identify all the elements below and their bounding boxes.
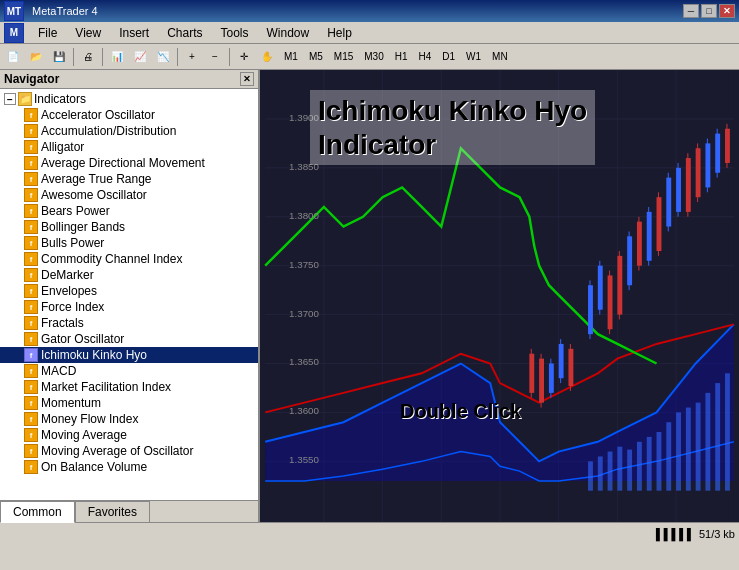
toolbar-new[interactable]: 📄 bbox=[2, 46, 24, 68]
indicator-icon-9: f bbox=[24, 252, 38, 266]
svg-rect-51 bbox=[705, 143, 710, 187]
toolbar-period-mn[interactable]: MN bbox=[487, 46, 513, 68]
tree-item-21[interactable]: f Moving Average of Oscillator bbox=[0, 443, 258, 459]
toolbar-period-w1[interactable]: W1 bbox=[461, 46, 486, 68]
tree-item-16[interactable]: f MACD bbox=[0, 363, 258, 379]
menu-bar: M File View Insert Charts Tools Window H… bbox=[0, 22, 739, 44]
item-label-0: Accelerator Oscillator bbox=[41, 108, 155, 122]
close-button[interactable]: ✕ bbox=[719, 4, 735, 18]
menu-help[interactable]: Help bbox=[319, 24, 360, 42]
tab-favorites[interactable]: Favorites bbox=[75, 501, 150, 522]
tree-item-6[interactable]: f Bears Power bbox=[0, 203, 258, 219]
tree-item-15[interactable]: f Ichimoku Kinko Hyo bbox=[0, 347, 258, 363]
tree-item-12[interactable]: f Force Index bbox=[0, 299, 258, 315]
toolbar-chart3[interactable]: 📉 bbox=[152, 46, 174, 68]
toolbar-chart1[interactable]: 📊 bbox=[106, 46, 128, 68]
nav-tree[interactable]: − 📁 Indicators f Accelerator Oscillator … bbox=[0, 89, 258, 500]
expand-indicators-icon[interactable]: − bbox=[4, 93, 16, 105]
toolbar-period-m1[interactable]: M1 bbox=[279, 46, 303, 68]
tree-item-4[interactable]: f Average True Range bbox=[0, 171, 258, 187]
toolbar-print[interactable]: 🖨 bbox=[77, 46, 99, 68]
indicator-icon-17: f bbox=[24, 380, 38, 394]
indicator-icon-3: f bbox=[24, 156, 38, 170]
toolbar-period-h1[interactable]: H1 bbox=[390, 46, 413, 68]
toolbar-period-m30[interactable]: M30 bbox=[359, 46, 388, 68]
indicator-icon-0: f bbox=[24, 108, 38, 122]
tree-item-2[interactable]: f Alligator bbox=[0, 139, 258, 155]
maximize-button[interactable]: □ bbox=[701, 4, 717, 18]
title-bar: MT MetaTrader 4 ─ □ ✕ bbox=[0, 0, 739, 22]
toolbar-period-h4[interactable]: H4 bbox=[414, 46, 437, 68]
svg-rect-37 bbox=[637, 222, 642, 266]
tree-item-18[interactable]: f Momentum bbox=[0, 395, 258, 411]
svg-text:1.3800: 1.3800 bbox=[289, 210, 319, 221]
menu-window[interactable]: Window bbox=[259, 24, 318, 42]
tree-item-9[interactable]: f Commodity Channel Index bbox=[0, 251, 258, 267]
item-label-21: Moving Average of Oscillator bbox=[41, 444, 194, 458]
indicator-icon-14: f bbox=[24, 332, 38, 346]
minimize-button[interactable]: ─ bbox=[683, 4, 699, 18]
item-label-17: Market Facilitation Index bbox=[41, 380, 171, 394]
item-label-1: Accumulation/Distribution bbox=[41, 124, 176, 138]
toolbar-hand[interactable]: ✋ bbox=[256, 46, 278, 68]
tree-item-3[interactable]: f Average Directional Movement bbox=[0, 155, 258, 171]
item-label-8: Bulls Power bbox=[41, 236, 104, 250]
item-label-9: Commodity Channel Index bbox=[41, 252, 182, 266]
item-label-22: On Balance Volume bbox=[41, 460, 147, 474]
tree-item-22[interactable]: f On Balance Volume bbox=[0, 459, 258, 475]
svg-rect-60 bbox=[617, 447, 622, 491]
chart-title: Ichimoku Kinko Hyo Indicator bbox=[310, 90, 595, 165]
tree-item-5[interactable]: f Awesome Oscillator bbox=[0, 187, 258, 203]
tree-item-17[interactable]: f Market Facilitation Index bbox=[0, 379, 258, 395]
navigator-title: Navigator bbox=[4, 72, 59, 86]
toolbar-open[interactable]: 📂 bbox=[25, 46, 47, 68]
status-bars: ▐▐▐▐▐ bbox=[652, 528, 691, 540]
item-label-20: Moving Average bbox=[41, 428, 127, 442]
indicator-icon-21: f bbox=[24, 444, 38, 458]
item-label-12: Force Index bbox=[41, 300, 104, 314]
toolbar-period-m15[interactable]: M15 bbox=[329, 46, 358, 68]
toolbar-period-m5[interactable]: M5 bbox=[304, 46, 328, 68]
toolbar-crosshair[interactable]: ✛ bbox=[233, 46, 255, 68]
toolbar-zoom-in[interactable]: + bbox=[181, 46, 203, 68]
svg-rect-71 bbox=[725, 373, 730, 490]
indicator-icon-7: f bbox=[24, 220, 38, 234]
nav-close-btn[interactable]: ✕ bbox=[240, 72, 254, 86]
tree-item-14[interactable]: f Gator Oscillator bbox=[0, 331, 258, 347]
indicator-icon-1: f bbox=[24, 124, 38, 138]
tree-item-11[interactable]: f Envelopes bbox=[0, 283, 258, 299]
tree-item-13[interactable]: f Fractals bbox=[0, 315, 258, 331]
tab-common[interactable]: Common bbox=[0, 501, 75, 523]
tree-root-indicators[interactable]: − 📁 Indicators bbox=[0, 91, 258, 107]
menu-file[interactable]: File bbox=[30, 24, 65, 42]
chart-title-line1: Ichimoku Kinko Hyo bbox=[318, 94, 587, 128]
tree-item-7[interactable]: f Bollinger Bands bbox=[0, 219, 258, 235]
tree-item-1[interactable]: f Accumulation/Distribution bbox=[0, 123, 258, 139]
indicator-icon-13: f bbox=[24, 316, 38, 330]
menu-charts[interactable]: Charts bbox=[159, 24, 210, 42]
svg-text:1.3600: 1.3600 bbox=[289, 405, 319, 416]
status-info: 51/3 kb bbox=[699, 528, 735, 540]
toolbar-save[interactable]: 💾 bbox=[48, 46, 70, 68]
menu-tools[interactable]: Tools bbox=[213, 24, 257, 42]
title-bar-label: MetaTrader 4 bbox=[32, 5, 98, 17]
item-label-10: DeMarker bbox=[41, 268, 94, 282]
toolbar-chart2[interactable]: 📈 bbox=[129, 46, 151, 68]
toolbar-zoom-out[interactable]: − bbox=[204, 46, 226, 68]
tree-item-20[interactable]: f Moving Average bbox=[0, 427, 258, 443]
indicator-icon-2: f bbox=[24, 140, 38, 154]
indicator-icon-18: f bbox=[24, 396, 38, 410]
chart-area[interactable]: 1.3900 1.3850 1.3800 1.3750 1.3700 1.365… bbox=[260, 70, 739, 522]
toolbar-sep-2 bbox=[102, 48, 103, 66]
toolbar-period-d1[interactable]: D1 bbox=[437, 46, 460, 68]
tree-item-10[interactable]: f DeMarker bbox=[0, 267, 258, 283]
svg-rect-58 bbox=[598, 456, 603, 490]
tree-item-8[interactable]: f Bulls Power bbox=[0, 235, 258, 251]
menu-view[interactable]: View bbox=[67, 24, 109, 42]
nav-tabs: Common Favorites bbox=[0, 500, 258, 522]
indicator-icon-20: f bbox=[24, 428, 38, 442]
tree-item-0[interactable]: f Accelerator Oscillator bbox=[0, 107, 258, 123]
tree-item-19[interactable]: f Money Flow Index bbox=[0, 411, 258, 427]
menu-insert[interactable]: Insert bbox=[111, 24, 157, 42]
indicators-label: Indicators bbox=[34, 92, 86, 106]
